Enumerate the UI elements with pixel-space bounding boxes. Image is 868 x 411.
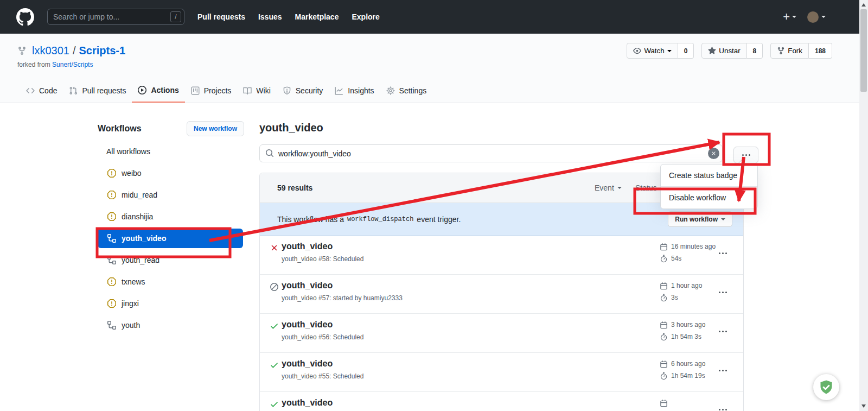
run-time: 6 hours ago bbox=[671, 360, 705, 368]
run-title-link[interactable]: youth_video bbox=[282, 281, 333, 290]
fork-button[interactable]: Fork bbox=[770, 43, 809, 59]
run-options-kebab[interactable] bbox=[719, 370, 727, 371]
tab-actions[interactable]: Actions bbox=[132, 79, 184, 103]
global-search: / bbox=[47, 9, 184, 25]
scrollbar[interactable] bbox=[859, 0, 868, 411]
sidebar-item-youth-video[interactable]: youth_video bbox=[98, 229, 243, 248]
calendar-icon bbox=[660, 321, 668, 329]
repo-tabs: Code Pull requests Actions Projects Wiki… bbox=[20, 79, 432, 103]
repo-name-link[interactable]: Scripts-1 bbox=[79, 45, 126, 57]
run-meta: 6 hours ago 1h 54m 19s bbox=[660, 359, 705, 383]
graph-icon bbox=[335, 86, 343, 95]
sidebar-item-midu-read[interactable]: midu_read bbox=[98, 184, 250, 206]
workflow-icon bbox=[107, 234, 116, 243]
fork-label: Fork bbox=[788, 47, 802, 55]
chevron-down-icon bbox=[617, 187, 622, 189]
tab-label: Projects bbox=[204, 86, 232, 95]
tab-code[interactable]: Code bbox=[20, 79, 63, 103]
run-meta: 1 hour ago 3s bbox=[660, 281, 702, 305]
page-title: youth_video bbox=[259, 122, 323, 134]
banner-code: workflow_dispatch bbox=[347, 216, 413, 223]
new-workflow-button[interactable]: New workflow bbox=[187, 121, 244, 136]
workflow-label: All workflows bbox=[106, 147, 150, 156]
runs-search-input[interactable] bbox=[259, 144, 723, 162]
eye-icon bbox=[633, 47, 641, 55]
pull-request-icon bbox=[69, 86, 78, 95]
run-options-kebab[interactable] bbox=[719, 252, 727, 254]
run-workflow-button[interactable]: Run workflow bbox=[668, 211, 732, 227]
workflows-list: All workflows weibo midu_read dianshijia… bbox=[98, 141, 250, 336]
tab-wiki[interactable]: Wiki bbox=[237, 79, 276, 103]
fork-count[interactable]: 188 bbox=[809, 43, 832, 59]
unstar-button[interactable]: Unstar bbox=[701, 43, 746, 59]
create-new-menu[interactable]: + bbox=[783, 11, 796, 22]
fork-note: forked from Sunert/Scripts bbox=[17, 61, 93, 68]
fork-note-prefix: forked from bbox=[17, 61, 50, 68]
tab-projects[interactable]: Projects bbox=[185, 79, 238, 103]
run-options-kebab[interactable] bbox=[719, 292, 727, 293]
run-title-link[interactable]: youth_video bbox=[282, 320, 333, 330]
run-meta bbox=[660, 398, 671, 411]
tab-settings[interactable]: Settings bbox=[380, 79, 433, 103]
workflow-label: midu_read bbox=[122, 191, 157, 199]
sidebar-item-all-workflows[interactable]: All workflows bbox=[98, 141, 250, 162]
global-search-input[interactable] bbox=[47, 9, 184, 25]
clear-search-button[interactable] bbox=[708, 148, 719, 159]
watch-count[interactable]: 0 bbox=[678, 43, 694, 59]
tab-label: Insights bbox=[348, 86, 374, 95]
sidebar-item-youth-read[interactable]: youth_read bbox=[98, 249, 250, 271]
nav-marketplace[interactable]: Marketplace bbox=[295, 12, 339, 21]
tab-pull-requests[interactable]: Pull requests bbox=[63, 79, 132, 103]
watch-button[interactable]: Watch bbox=[627, 43, 678, 59]
repo-owner-link[interactable]: lxk0301 bbox=[32, 45, 69, 57]
workflow-label: youth bbox=[122, 321, 140, 330]
workflow-label: dianshijia bbox=[122, 212, 153, 221]
circle-slash-icon bbox=[270, 282, 279, 294]
tab-insights[interactable]: Insights bbox=[329, 79, 380, 103]
calendar-icon bbox=[660, 243, 668, 251]
nav-issues[interactable]: Issues bbox=[258, 12, 282, 21]
gear-icon bbox=[386, 86, 395, 95]
calendar-icon bbox=[660, 399, 668, 407]
menu-caret bbox=[737, 161, 746, 165]
run-duration: 1h 54m 19s bbox=[671, 372, 705, 380]
run-subtitle: youth_video #56: Scheduled bbox=[282, 333, 363, 341]
header-nav: Pull requests Issues Marketplace Explore bbox=[197, 12, 380, 21]
run-options-kebab[interactable] bbox=[719, 331, 727, 332]
warning-octagon-icon bbox=[107, 191, 116, 199]
sidebar-item-youth[interactable]: youth bbox=[98, 314, 250, 336]
warning-octagon-icon bbox=[107, 277, 116, 286]
fork-group: Fork 188 bbox=[770, 43, 832, 59]
run-title-link[interactable]: youth_video bbox=[282, 359, 333, 369]
sidebar-item-weibo[interactable]: weibo bbox=[98, 162, 250, 184]
run-duration: 1h 54m 3s bbox=[671, 333, 701, 340]
unstar-label: Unstar bbox=[719, 47, 740, 55]
book-icon bbox=[243, 86, 252, 95]
repo-forked-icon bbox=[777, 47, 785, 55]
adguard-badge[interactable] bbox=[813, 374, 839, 400]
nav-pull-requests[interactable]: Pull requests bbox=[197, 12, 245, 21]
run-time: 16 minutes ago bbox=[671, 243, 716, 250]
run-title-link[interactable]: youth_video bbox=[282, 242, 333, 251]
star-count[interactable]: 8 bbox=[747, 43, 763, 59]
tab-security[interactable]: Security bbox=[277, 79, 329, 103]
run-options-kebab[interactable] bbox=[719, 409, 727, 410]
scroll-up-arrow-icon[interactable] bbox=[861, 3, 866, 7]
workflow-label: youth_read bbox=[122, 256, 159, 264]
sidebar-item-dianshijia[interactable]: dianshijia bbox=[98, 206, 250, 227]
tab-label: Actions bbox=[151, 86, 178, 94]
github-logo-icon[interactable] bbox=[16, 8, 34, 26]
sidebar-item-txnews[interactable]: txnews bbox=[98, 271, 250, 293]
menu-item-create-status-badge[interactable]: Create status badge bbox=[661, 165, 757, 186]
run-meta: 3 hours ago 1h 54m 3s bbox=[660, 320, 705, 344]
scroll-down-arrow-icon[interactable] bbox=[861, 404, 866, 408]
nav-explore[interactable]: Explore bbox=[352, 12, 379, 21]
header-right: + bbox=[783, 0, 826, 34]
sidebar-item-jingxi[interactable]: jingxi bbox=[98, 293, 250, 314]
fork-source-link[interactable]: Sunert/Scripts bbox=[52, 61, 93, 68]
user-menu[interactable] bbox=[807, 11, 826, 23]
scrollbar-thumb[interactable] bbox=[860, 9, 867, 92]
event-filter[interactable]: Event bbox=[595, 184, 622, 192]
run-title-link[interactable]: youth_video bbox=[282, 398, 333, 408]
menu-item-disable-workflow[interactable]: Disable workflow bbox=[661, 187, 757, 208]
